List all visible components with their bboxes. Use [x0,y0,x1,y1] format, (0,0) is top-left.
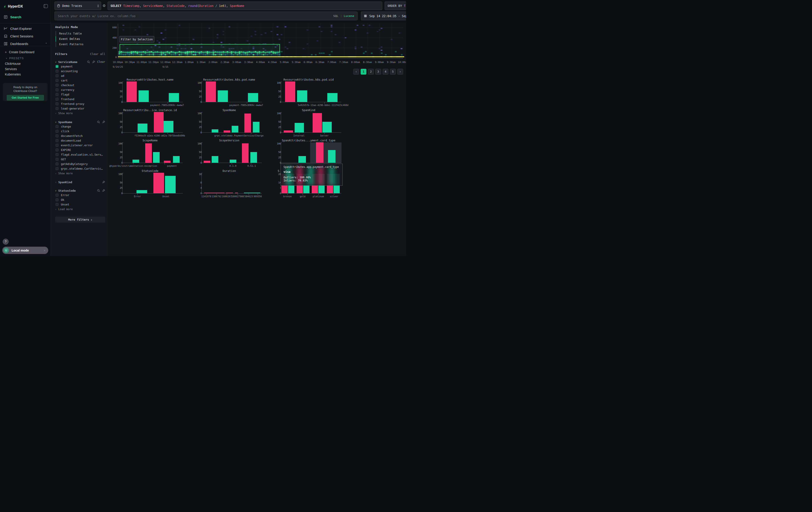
pin-icon[interactable] [102,181,105,184]
filter-option-ok[interactable]: Ok [56,197,105,202]
pagination-page-2[interactable]: 2 [368,69,374,75]
checkbox-checked[interactable]: ✓ [56,65,58,68]
pin-icon[interactable] [102,120,105,124]
filter-option-ad[interactable]: ad [56,74,105,78]
filter-option-unset[interactable]: Unset [56,202,105,207]
filter-option-frontend-proxy[interactable]: frontend-proxy [56,102,105,106]
checkbox[interactable] [56,84,58,87]
mini-chart-spanname[interactable]: SpanName10050250grpc.oteldemo.PaymentSer… [195,108,264,138]
gear-icon[interactable]: ⚙ [103,4,106,8]
filter-group-header[interactable]: ∨StatusCode [55,188,105,193]
filter-option-change[interactable]: change [56,124,105,129]
preset-services[interactable]: Services [0,66,51,72]
analysis-mode-option-results-table[interactable]: Results Table [56,31,105,36]
language-toggle[interactable]: SQL|Lucene [333,14,354,18]
filter-option-eventlistener-error[interactable]: eventListener.error [56,143,105,147]
checkbox[interactable] [56,144,58,147]
filter-option-flagd-evaluation-v1-serv-[interactable]: flagd.evaluation.v1.Serv… [56,152,105,157]
preset-clickhouse[interactable]: ClickHouse [0,61,51,66]
filter-option-getadsbycategory[interactable]: getAdsByCategory [56,162,105,166]
pagination-page-4[interactable]: 4 [383,69,388,75]
preset-kubernetes[interactable]: Kubernetes [0,72,51,77]
filter-group-header[interactable]: ∨SpanName [55,120,105,124]
pin-icon[interactable] [102,189,105,192]
select-query-input[interactable]: SELECT Timestamp, ServiceName, StatusCod… [108,2,382,10]
filter-option-documentload[interactable]: documentLoad [56,138,105,143]
checkbox[interactable] [56,130,58,133]
checkbox[interactable] [56,93,58,96]
mini-chart-resourceattribu-ice-instance-id[interactable]: ResourceAttribu..ice.instance.id10050250… [116,108,184,138]
checkbox[interactable] [56,162,58,165]
filter-option-error[interactable]: Error [56,193,105,197]
date-range-picker[interactable]: Sep 14 22:04:35 - Sep 15 10:04:35 [361,11,406,20]
lucene-toggle[interactable]: Lucene [344,14,354,18]
sidebar-item-dashboards[interactable]: Dashboards ⌃ [0,40,51,47]
checkbox[interactable] [56,203,58,206]
show-more-button[interactable]: ›Show more [55,171,105,176]
mini-chart-spankind[interactable]: SpanKind10050250InternalServer [274,108,343,138]
sidebar-item-search[interactable]: Search [0,14,51,21]
checkbox[interactable] [56,125,58,128]
checkbox[interactable] [56,88,58,91]
filter-option-payment[interactable]: ✓payment [56,64,105,69]
mini-chart-resourceattributes-host-name[interactable]: ResourceAttributes.host.name10050250paym… [116,78,184,108]
analysis-mode-option-event-patterns[interactable]: Event Patterns [56,42,105,47]
filter-option-expire[interactable]: EXPIRE [56,147,105,152]
mini-chart-scopeversion[interactable]: ScopeVersion100502500.1.00.51.1 [195,139,264,168]
mini-chart-resourceattributes-k8s-pod-name[interactable]: ResourceAttributes.k8s.pod.name10050250p… [195,78,264,108]
checkbox[interactable] [56,149,58,152]
filter-option-click[interactable]: click [56,129,105,134]
sidebar-collapse-icon[interactable] [44,4,48,8]
filter-option-grpc-oteldemo-cartservic-[interactable]: grpc.oteldemo.CartServic… [56,166,105,171]
pagination-prev-button[interactable]: ‹ [353,69,359,75]
filter-option-checkout[interactable]: checkout [56,83,105,87]
local-mode-button[interactable]: U Local mode › [2,247,48,254]
filter-option-accounting[interactable]: accounting [56,69,105,74]
sidebar-item-client-sessions[interactable]: Client Sessions [0,32,51,39]
filter-option-flagd[interactable]: flagd [56,92,105,97]
filter-group-header[interactable]: ∨ServiceNameClear [55,60,105,64]
pagination-page-3[interactable]: 3 [375,69,381,75]
search-icon[interactable] [87,60,90,63]
filter-option-documentfetch[interactable]: documentFetch [56,134,105,138]
checkbox[interactable] [56,79,58,82]
show-more-button[interactable]: ›Show more [55,111,105,116]
filter-option-frontend[interactable]: frontend [56,97,105,102]
checkbox[interactable] [56,158,58,161]
clear-filter-button[interactable]: Clear [97,60,105,63]
checkbox[interactable] [56,194,58,196]
events-heatmap[interactable]: Filter by Selection [118,24,403,58]
filter-by-selection-button[interactable]: Filter by Selection [119,36,154,43]
mini-chart-resourceattributes-k8s-pod-uid[interactable]: ResourceAttributes.k8s.pod.uid100502505e… [274,78,343,108]
get-started-button[interactable]: Get Started for Free [7,95,44,101]
filter-group-header[interactable]: ›SpanKind [55,180,105,184]
sql-toggle[interactable]: SQL [333,14,339,18]
checkbox[interactable] [56,74,58,77]
checkbox[interactable] [56,153,58,156]
checkbox[interactable] [56,102,58,105]
create-dashboard-button[interactable]: + Create Dashboard [0,49,51,55]
heatmap-selection-box[interactable] [120,44,280,53]
more-filters-button[interactable]: More filters∨ [55,217,105,223]
checkbox[interactable] [56,98,58,101]
help-button[interactable]: ? [3,239,9,245]
mini-chart-statuscode[interactable]: StatusCode10050250ErrorUnset [116,169,184,199]
checkbox[interactable] [56,107,58,110]
show-more-button[interactable]: ›Load more [55,207,105,212]
mini-chart-scopename[interactable]: ScopeName10050250@hyperdx/instrumentatio… [116,139,184,168]
pagination-next-button[interactable]: › [397,69,403,75]
checkbox[interactable] [56,139,58,142]
checkbox[interactable] [56,70,58,73]
presets-toggle[interactable]: ∨ PRESETS [0,56,51,61]
source-select[interactable]: Demo Traces ▲▼ [55,2,101,10]
search-input[interactable]: Search your events w/ Lucene ex. column:… [55,11,357,20]
search-icon[interactable] [97,120,100,124]
checkbox[interactable] [56,167,58,170]
filter-option-get[interactable]: GET [56,157,105,162]
pin-icon[interactable] [92,60,95,63]
clear-all-button[interactable]: Clear all [90,52,105,56]
sidebar-item-chart-explorer[interactable]: Chart Explorer [0,25,51,32]
search-icon[interactable] [97,189,100,192]
analysis-mode-option-event-deltas[interactable]: Event Deltas [56,36,105,42]
order-by-input[interactable]: ORDER BY Timestamp DESC [385,2,406,10]
